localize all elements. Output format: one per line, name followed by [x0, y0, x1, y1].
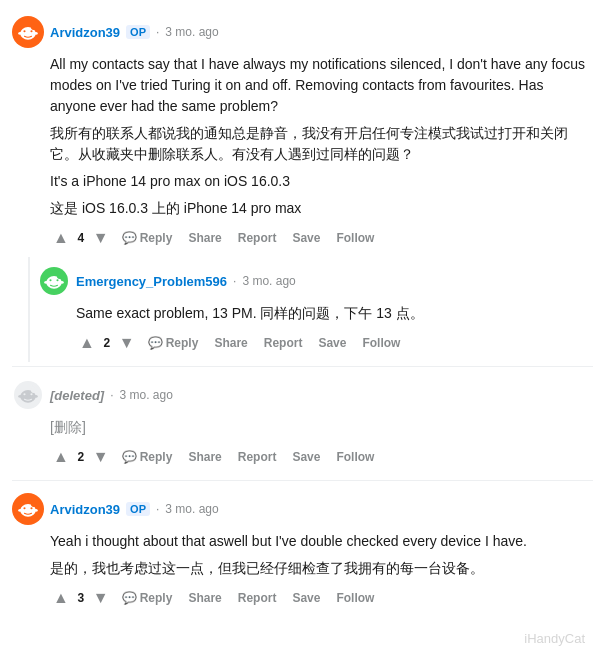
save-button[interactable]: Save: [312, 332, 352, 354]
reply-icon: 💬: [122, 591, 137, 605]
comment-username[interactable]: Arvidzon39: [50, 25, 120, 40]
downvote-button[interactable]: ▼: [90, 446, 112, 468]
comment-item: Arvidzon39 OP · 3 mo. ago Yeah i thought…: [0, 485, 605, 617]
comment-thread: Arvidzon39 OP · 3 mo. ago All my contact…: [0, 0, 605, 625]
avatar: [12, 16, 44, 48]
divider: [12, 480, 593, 481]
downvote-button[interactable]: ▼: [90, 227, 112, 249]
share-button[interactable]: Share: [182, 587, 227, 609]
comment-item: Emergency_Problem596 · 3 mo. ago Same ex…: [28, 257, 605, 362]
comment-username: [deleted]: [50, 388, 104, 403]
comment-text-2: 是的，我也考虑过这一点，但我已经仔细检查了我拥有的每一台设备。: [50, 558, 593, 579]
downvote-button[interactable]: ▼: [116, 332, 138, 354]
downvote-button[interactable]: ▼: [90, 587, 112, 609]
reply-button[interactable]: 💬 Reply: [116, 227, 179, 249]
svg-point-9: [34, 32, 38, 35]
report-button[interactable]: Report: [232, 227, 283, 249]
svg-point-29: [34, 395, 38, 398]
svg-point-36: [31, 501, 37, 507]
share-button[interactable]: Share: [182, 227, 227, 249]
comment-time: 3 mo. ago: [165, 25, 218, 39]
save-button[interactable]: Save: [286, 227, 326, 249]
comment-body: Yeah i thought about that aswell but I'v…: [50, 531, 593, 579]
reply-button[interactable]: 💬 Reply: [116, 587, 179, 609]
comment-body: All my contacts say that I have always m…: [50, 54, 593, 219]
svg-point-5: [30, 30, 32, 32]
comment-text-3: It's a iPhone 14 pro max on iOS 16.0.3: [50, 171, 593, 192]
report-button[interactable]: Report: [258, 332, 309, 354]
comment-header: Emergency_Problem596 · 3 mo. ago: [38, 265, 593, 297]
svg-point-6: [31, 24, 37, 30]
svg-point-35: [30, 507, 32, 509]
comment-header: Arvidzon39 OP · 3 mo. ago: [12, 493, 593, 525]
comment-text-2: 我所有的联系人都说我的通知总是静音，我没有开启任何专注模式我试过打开和关闭它。从…: [50, 123, 593, 165]
comment-text-1: Same exact problem, 13 PM. 同样的问题，下午 13 点…: [76, 303, 593, 324]
comment-text-4: 这是 iOS 16.0.3 上的 iPhone 14 pro max: [50, 198, 593, 219]
reply-button[interactable]: 💬 Reply: [142, 332, 205, 354]
share-button[interactable]: Share: [182, 446, 227, 468]
reply-label: Reply: [140, 591, 173, 605]
avatar: [12, 493, 44, 525]
comment-timestamp: ·: [156, 25, 159, 39]
avatar: [12, 379, 44, 411]
follow-button[interactable]: Follow: [330, 227, 380, 249]
avatar: [38, 265, 70, 297]
svg-point-8: [18, 32, 22, 35]
comment-item: Arvidzon39 OP · 3 mo. ago All my contact…: [0, 8, 605, 257]
reply-label: Reply: [166, 336, 199, 350]
upvote-button[interactable]: ▲: [50, 587, 72, 609]
vote-area: ▲ 4 ▼: [50, 227, 112, 249]
comment-text-deleted: [删除]: [50, 417, 593, 438]
save-button[interactable]: Save: [286, 587, 326, 609]
comment-timestamp: ·: [110, 388, 113, 402]
svg-point-4: [23, 30, 25, 32]
svg-point-28: [18, 395, 22, 398]
svg-point-18: [44, 281, 48, 284]
comment-time: 3 mo. ago: [165, 502, 218, 516]
comment-text-1: Yeah i thought about that aswell but I'v…: [50, 531, 593, 552]
reply-icon: 💬: [148, 336, 163, 350]
comment-username[interactable]: Arvidzon39: [50, 502, 120, 517]
op-badge: OP: [126, 502, 150, 516]
comment-username[interactable]: Emergency_Problem596: [76, 274, 227, 289]
vote-count: 4: [74, 231, 88, 245]
share-button[interactable]: Share: [208, 332, 253, 354]
comment-actions: ▲ 2 ▼ 💬 Reply Share Report Save Follow: [50, 446, 593, 468]
save-button[interactable]: Save: [286, 446, 326, 468]
svg-point-15: [56, 279, 58, 281]
divider: [12, 366, 593, 367]
op-badge: OP: [126, 25, 150, 39]
follow-button[interactable]: Follow: [330, 446, 380, 468]
upvote-button[interactable]: ▲: [76, 332, 98, 354]
reply-label: Reply: [140, 231, 173, 245]
svg-point-19: [60, 281, 64, 284]
follow-button[interactable]: Follow: [330, 587, 380, 609]
reply-icon: 💬: [122, 231, 137, 245]
reply-label: Reply: [140, 450, 173, 464]
svg-point-39: [34, 509, 38, 512]
svg-point-14: [49, 279, 51, 281]
report-button[interactable]: Report: [232, 587, 283, 609]
reply-button[interactable]: 💬 Reply: [116, 446, 179, 468]
comment-actions: ▲ 2 ▼ 💬 Reply Share Report Save Follow: [76, 332, 593, 354]
comment-text-1: All my contacts say that I have always m…: [50, 54, 593, 117]
comment-header: Arvidzon39 OP · 3 mo. ago: [12, 16, 593, 48]
svg-point-24: [23, 393, 25, 395]
reply-icon: 💬: [122, 450, 137, 464]
report-button[interactable]: Report: [232, 446, 283, 468]
comment-body: Same exact problem, 13 PM. 同样的问题，下午 13 点…: [76, 303, 593, 324]
comment-time: 3 mo. ago: [242, 274, 295, 288]
comment-body: [删除]: [50, 417, 593, 438]
svg-point-34: [23, 507, 25, 509]
comment-actions: ▲ 3 ▼ 💬 Reply Share Report Save Follow: [50, 587, 593, 609]
svg-point-38: [18, 509, 22, 512]
comment-timestamp: ·: [233, 274, 236, 288]
upvote-button[interactable]: ▲: [50, 446, 72, 468]
comment-actions: ▲ 4 ▼ 💬 Reply Share Report Save Follow: [50, 227, 593, 249]
svg-point-26: [31, 387, 37, 393]
vote-count: 2: [100, 336, 114, 350]
svg-point-25: [30, 393, 32, 395]
upvote-button[interactable]: ▲: [50, 227, 72, 249]
vote-area: ▲ 3 ▼: [50, 587, 112, 609]
follow-button[interactable]: Follow: [356, 332, 406, 354]
